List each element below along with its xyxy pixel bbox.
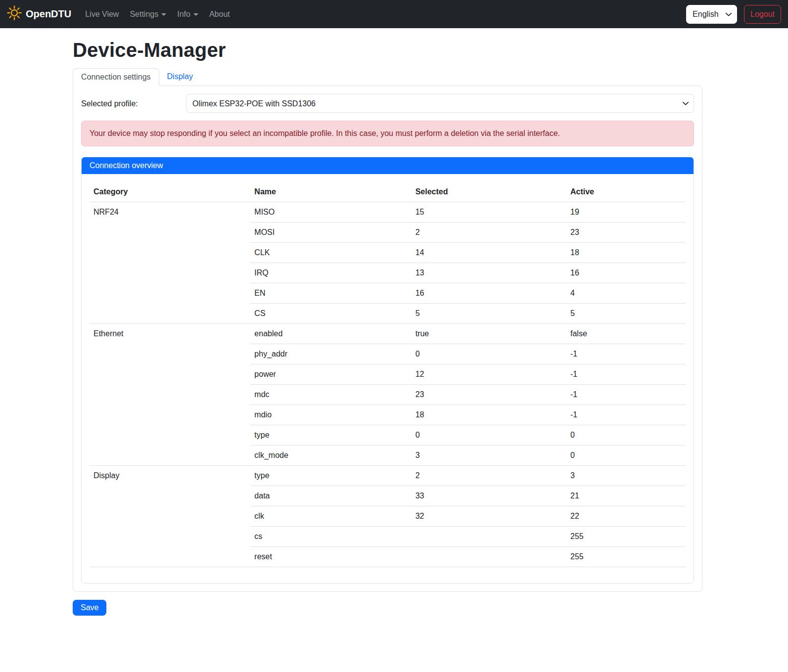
navbar: OpenDTU Live View Settings Info About En… xyxy=(0,0,788,28)
nav-item-label: Live View xyxy=(85,10,119,19)
incompatible-profile-alert: Your device may stop responding if you s… xyxy=(81,121,694,146)
active-cell: -1 xyxy=(566,344,686,364)
tab-bar: Connection settings Display xyxy=(73,68,702,86)
name-cell: power xyxy=(250,364,411,385)
selected-cell: 2 xyxy=(412,466,566,486)
selected-cell: 0 xyxy=(412,344,566,364)
category-cell: Ethernet xyxy=(90,324,250,466)
active-cell: 5 xyxy=(566,304,686,324)
selected-cell xyxy=(412,527,566,547)
selected-cell: 2 xyxy=(412,223,566,243)
name-cell: mdc xyxy=(250,385,411,405)
selected-cell: 3 xyxy=(412,446,566,466)
name-cell: MISO xyxy=(250,202,411,223)
active-cell: 19 xyxy=(566,202,686,223)
card-header: Connection overview xyxy=(82,157,694,174)
column-header-selected: Selected xyxy=(412,182,566,202)
nav-item-live-view[interactable]: Live View xyxy=(81,6,123,23)
language-select[interactable]: English xyxy=(686,5,737,24)
column-header-category: Category xyxy=(90,182,250,202)
selected-cell xyxy=(412,547,566,567)
brand-label: OpenDTU xyxy=(26,8,71,20)
name-cell: IRQ xyxy=(250,263,411,283)
nav-item-label: About xyxy=(209,10,230,19)
table-header-row: Category Name Selected Active xyxy=(90,182,686,202)
page-title: Device-Manager xyxy=(73,39,702,61)
selected-cell: 15 xyxy=(412,202,566,223)
sun-icon xyxy=(7,5,22,23)
name-cell: CS xyxy=(250,304,411,324)
name-cell: type xyxy=(250,425,411,446)
caret-down-icon xyxy=(193,13,198,16)
name-cell: clk xyxy=(250,506,411,527)
nav-item-info[interactable]: Info xyxy=(173,6,202,23)
table-row: Displaytype23 xyxy=(90,466,686,486)
selected-cell: 0 xyxy=(412,425,566,446)
overview-table-body: NRF24MISO1519MOSI223CLK1418IRQ1316EN164C… xyxy=(90,202,686,567)
table-header: Category Name Selected Active xyxy=(90,182,686,202)
nav-item-about[interactable]: About xyxy=(205,6,234,23)
tab-connection-settings[interactable]: Connection settings xyxy=(73,68,159,86)
profile-select[interactable]: Olimex ESP32-POE with SSD1306 xyxy=(186,94,694,113)
nav-item-label: Info xyxy=(177,10,190,19)
profile-select-wrap: Olimex ESP32-POE with SSD1306 xyxy=(186,94,694,113)
category-cell: Display xyxy=(90,466,250,567)
active-cell: 4 xyxy=(566,283,686,304)
name-cell: MOSI xyxy=(250,223,411,243)
tab-display[interactable]: Display xyxy=(159,68,201,86)
table-row: NRF24MISO1519 xyxy=(90,202,686,223)
profile-row: Selected profile: Olimex ESP32-POE with … xyxy=(81,94,694,113)
name-cell: CLK xyxy=(250,243,411,263)
selected-cell: 18 xyxy=(412,405,566,425)
active-cell: 0 xyxy=(566,446,686,466)
name-cell: enabled xyxy=(250,324,411,344)
name-cell: EN xyxy=(250,283,411,304)
active-cell: 3 xyxy=(566,466,686,486)
column-header-name: Name xyxy=(250,182,411,202)
name-cell: data xyxy=(250,486,411,506)
active-cell: -1 xyxy=(566,364,686,385)
active-cell: -1 xyxy=(566,405,686,425)
nav-item-settings[interactable]: Settings xyxy=(126,6,170,23)
logout-button[interactable]: Logout xyxy=(744,5,781,24)
connection-overview-card: Connection overview Category Name Select… xyxy=(81,157,694,583)
main-content: Device-Manager Connection settings Displ… xyxy=(73,39,702,624)
selected-cell: 13 xyxy=(412,263,566,283)
category-cell: NRF24 xyxy=(90,202,250,324)
active-cell: 18 xyxy=(566,243,686,263)
active-cell: 255 xyxy=(566,527,686,547)
nav-links: Live View Settings Info About xyxy=(81,6,686,23)
selected-cell: 23 xyxy=(412,385,566,405)
tab-content: Selected profile: Olimex ESP32-POE with … xyxy=(73,86,702,592)
name-cell: clk_mode xyxy=(250,446,411,466)
selected-cell: 33 xyxy=(412,486,566,506)
language-select-wrap: English xyxy=(686,5,737,24)
nav-item-label: Settings xyxy=(130,10,158,19)
selected-cell: 5 xyxy=(412,304,566,324)
column-header-active: Active xyxy=(566,182,686,202)
table-row: Ethernetenabledtruefalse xyxy=(90,324,686,344)
selected-cell: 14 xyxy=(412,243,566,263)
active-cell: 21 xyxy=(566,486,686,506)
connection-overview-table: Category Name Selected Active NRF24MISO1… xyxy=(90,182,686,567)
active-cell: 23 xyxy=(566,223,686,243)
brand[interactable]: OpenDTU xyxy=(7,5,71,23)
navbar-right: English Logout xyxy=(686,5,781,24)
save-button[interactable]: Save xyxy=(73,600,106,616)
active-cell: 255 xyxy=(566,547,686,567)
name-cell: phy_addr xyxy=(250,344,411,364)
name-cell: reset xyxy=(250,547,411,567)
active-cell: -1 xyxy=(566,385,686,405)
name-cell: mdio xyxy=(250,405,411,425)
active-cell: 22 xyxy=(566,506,686,527)
caret-down-icon xyxy=(161,13,166,16)
selected-cell: true xyxy=(412,324,566,344)
card-body: Category Name Selected Active NRF24MISO1… xyxy=(82,174,694,583)
profile-label: Selected profile: xyxy=(81,98,186,108)
name-cell: type xyxy=(250,466,411,486)
name-cell: cs xyxy=(250,527,411,547)
active-cell: 0 xyxy=(566,425,686,446)
selected-cell: 16 xyxy=(412,283,566,304)
selected-cell: 32 xyxy=(412,506,566,527)
selected-cell: 12 xyxy=(412,364,566,385)
